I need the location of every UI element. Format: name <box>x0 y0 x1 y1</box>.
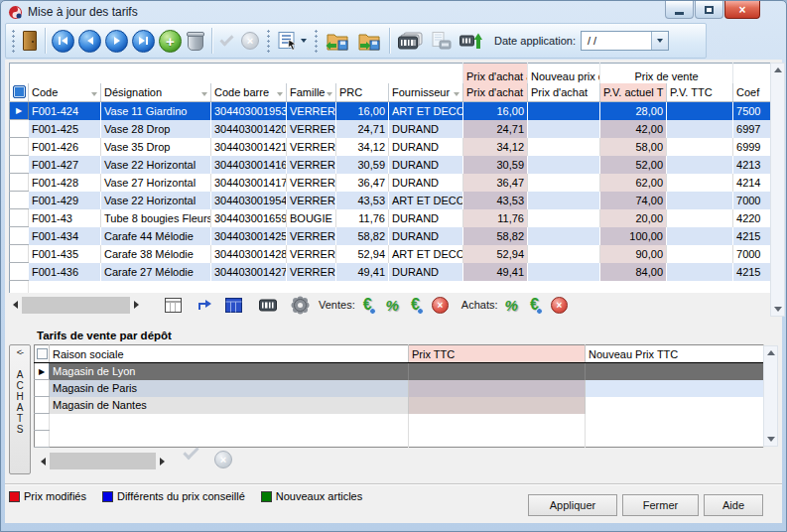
apply-button[interactable]: Appliquer <box>528 494 617 516</box>
cell-code_barre[interactable]: 304403001416 <box>211 156 287 174</box>
exit-button[interactable] <box>21 29 39 53</box>
cell-prc[interactable]: 36,47 <box>336 174 389 192</box>
combo-dropdown-button[interactable] <box>651 32 668 50</box>
cell-pv_actuel_ttc[interactable]: 20,00 <box>600 209 667 227</box>
select-all-cell[interactable] <box>10 83 29 102</box>
column-layout-button[interactable] <box>164 297 183 314</box>
depot-cell-prix_ttc[interactable] <box>409 363 586 380</box>
scroll-right-icon[interactable] <box>130 297 143 314</box>
cell-code_barre[interactable]: 304403001420 <box>211 120 287 138</box>
cell-pv_ttc[interactable] <box>667 120 733 138</box>
scrollbar-thumb[interactable] <box>50 453 156 469</box>
cell-nouveau_prix_achat[interactable] <box>528 192 600 209</box>
cell-nouveau_prix_achat[interactable] <box>528 120 600 138</box>
close-button[interactable]: × <box>724 1 760 19</box>
cell-designation[interactable]: Carafe 27 Mélodie <box>101 263 211 281</box>
cell-coef[interactable]: 6999 <box>733 138 771 156</box>
articles-vertical-scrollbar[interactable] <box>770 63 785 317</box>
cell-prix_achat_actuel[interactable]: 58,82 <box>463 227 528 245</box>
cell-famille[interactable]: VERRERIE <box>287 120 336 138</box>
cell-prc[interactable]: 52,94 <box>336 245 389 263</box>
cell-pv_actuel_ttc[interactable]: 58,00 <box>600 138 667 156</box>
depot-select-all-checkbox[interactable] <box>37 348 48 359</box>
scroll-up-icon[interactable] <box>764 346 777 359</box>
cell-fournisseur[interactable]: ART ET DECO <box>389 245 463 263</box>
cell-code[interactable]: F001-425 <box>29 120 101 138</box>
depot-horizontal-scrollbar[interactable] <box>37 453 176 469</box>
cell-pv_ttc[interactable] <box>667 138 733 156</box>
cell-code_barre[interactable]: 304403001425 <box>211 227 287 245</box>
cell-fournisseur[interactable]: DURAND <box>389 174 463 192</box>
cell-prc[interactable]: 11,76 <box>336 209 389 227</box>
cell-nouveau_prix_achat[interactable] <box>528 138 600 156</box>
achats-euro-apply-button[interactable]: € <box>529 296 540 314</box>
next-record-button[interactable] <box>105 30 128 53</box>
cell-code[interactable]: F001-436 <box>29 263 101 281</box>
column-header-code[interactable]: Code <box>29 83 101 102</box>
cell-pv_actuel_ttc[interactable]: 62,00 <box>600 174 667 192</box>
cell-code[interactable]: F001-427 <box>29 156 101 174</box>
cell-code[interactable]: F001-43 <box>29 209 101 227</box>
row-marker[interactable] <box>10 227 29 245</box>
cell-fournisseur[interactable]: ART ET DECO <box>389 192 463 209</box>
column-header-fournisseur[interactable]: Fournisseur <box>389 83 463 102</box>
cell-prix_achat_actuel[interactable]: 43,53 <box>463 192 528 209</box>
ventes-euro-apply-button[interactable]: € <box>410 296 421 314</box>
cell-coef[interactable]: 4220 <box>733 209 771 227</box>
cell-fournisseur[interactable]: DURAND <box>389 209 463 227</box>
help-button[interactable]: Aide <box>704 494 763 516</box>
cell-nouveau_prix_achat[interactable] <box>528 263 600 281</box>
depot-cell-raison_sociale[interactable]: Magasin de Lyon <box>50 363 409 380</box>
cell-pv_ttc[interactable] <box>667 174 733 192</box>
cell-prix_achat_actuel[interactable]: 30,59 <box>463 156 528 174</box>
row-marker[interactable] <box>35 397 50 414</box>
depot-cell-raison_sociale[interactable]: Magasin de Paris <box>50 380 409 397</box>
cell-pv_actuel_ttc[interactable]: 74,00 <box>600 192 667 209</box>
row-marker[interactable] <box>10 192 29 209</box>
depot-column-header-raison_sociale[interactable]: Raison sociale <box>50 345 409 363</box>
cell-coef[interactable]: 7000 <box>733 245 771 263</box>
add-record-button[interactable]: + <box>159 30 182 53</box>
barcode-button[interactable] <box>258 297 280 314</box>
cell-fournisseur[interactable]: ART ET DECO <box>389 102 463 120</box>
cell-prix_achat_actuel[interactable]: 16,00 <box>463 102 528 120</box>
cell-prc[interactable]: 30,59 <box>336 156 389 174</box>
row-marker[interactable]: ▶ <box>35 363 50 380</box>
cell-coef[interactable]: 7500 <box>733 102 771 120</box>
cell-prc[interactable]: 34,12 <box>336 138 389 156</box>
cell-pv_ttc[interactable] <box>667 209 733 227</box>
cell-prc[interactable]: 58,82 <box>336 227 389 245</box>
row-marker[interactable] <box>10 138 29 156</box>
column-header-coef[interactable]: Coef <box>733 83 771 102</box>
column-header-pv_ttc[interactable]: P.V. TTC <box>667 83 733 102</box>
row-marker[interactable] <box>35 380 50 397</box>
cell-pv_actuel_ttc[interactable]: 42,00 <box>600 120 667 138</box>
column-header-prix_achat_actuel[interactable]: Prix d'achat <box>463 83 528 102</box>
cell-code_barre[interactable]: 304403001428 <box>211 245 287 263</box>
cell-famille[interactable]: VERRERIE <box>287 227 336 245</box>
ventes-cancel-button[interactable]: × <box>431 296 450 315</box>
cell-pv_ttc[interactable] <box>667 227 733 245</box>
cell-code_barre[interactable]: 304403001659 <box>211 209 287 227</box>
cell-code[interactable]: F001-429 <box>29 192 101 209</box>
scroll-right-icon[interactable] <box>156 453 169 469</box>
cell-code[interactable]: F001-424 <box>29 102 101 120</box>
cell-pv_ttc[interactable] <box>667 192 733 209</box>
last-record-button[interactable] <box>132 30 155 53</box>
cell-nouveau_prix_achat[interactable] <box>528 209 600 227</box>
depot-cell-prix_ttc[interactable] <box>409 397 586 414</box>
cell-pv_actuel_ttc[interactable]: 100,00 <box>600 227 667 245</box>
transfer-button[interactable] <box>196 297 213 313</box>
sort-icon[interactable] <box>327 92 332 96</box>
cell-pv_actuel_ttc[interactable]: 52,00 <box>600 156 667 174</box>
cell-code[interactable]: F001-426 <box>29 138 101 156</box>
cell-designation[interactable]: Vase 22 Horizontal <box>101 156 211 174</box>
select-all-checkbox[interactable] <box>13 85 26 98</box>
column-header-famille[interactable]: Famille <box>287 83 336 102</box>
cell-coef[interactable]: 6997 <box>733 120 771 138</box>
achats-percent-button[interactable]: % <box>504 296 519 315</box>
export-tarifs-button[interactable] <box>355 30 383 53</box>
cell-code[interactable]: F001-435 <box>29 245 101 263</box>
minimize-button[interactable] <box>665 1 694 19</box>
row-marker[interactable] <box>10 209 29 227</box>
